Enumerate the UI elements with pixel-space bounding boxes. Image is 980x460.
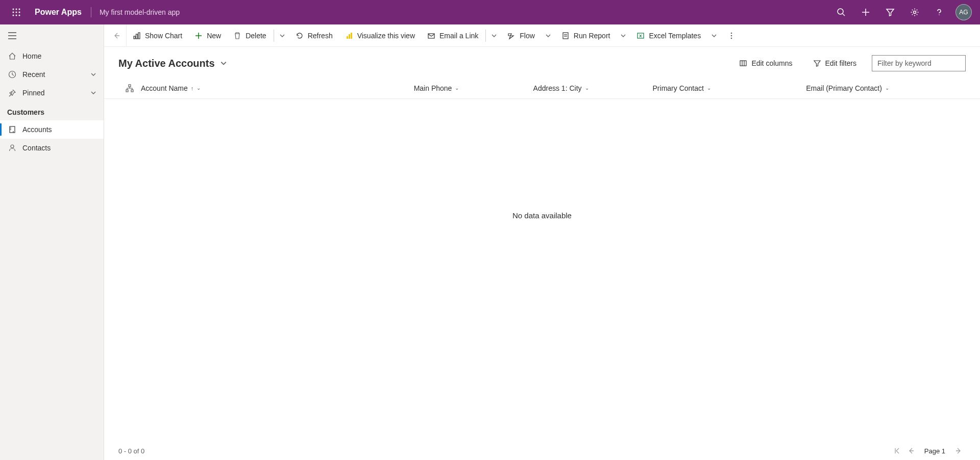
page-first-button[interactable] (890, 444, 904, 458)
back-button[interactable] (106, 24, 127, 47)
columns-icon (739, 59, 747, 67)
chevron-down-icon (620, 33, 626, 39)
svg-point-6 (13, 15, 14, 16)
add-button[interactable] (853, 0, 878, 24)
brand-label[interactable]: Power Apps (29, 8, 88, 17)
column-header-primary-contact[interactable]: Primary Contact ⌄ (653, 84, 806, 92)
svg-rect-26 (347, 36, 348, 39)
account-button[interactable]: AG (951, 0, 976, 24)
new-button[interactable]: New (188, 24, 227, 47)
visualize-button[interactable]: Visualize this view (339, 24, 421, 47)
filter-button[interactable] (878, 0, 902, 24)
column-header-account-name[interactable]: Account Name ↑ ⌄ (141, 84, 414, 92)
sidebar-item-pinned[interactable]: Pinned (0, 84, 104, 102)
chevron-down-icon (711, 33, 717, 39)
sidebar-label-pinned: Pinned (22, 89, 90, 97)
person-icon (7, 144, 17, 152)
sort-ascending-icon: ↑ (191, 85, 194, 91)
plus-icon (861, 8, 870, 17)
page-next-button[interactable] (951, 444, 966, 458)
grid-footer: 0 - 0 of 0 Page 1 (104, 442, 980, 460)
hamburger-icon (8, 32, 16, 39)
delete-label: Delete (246, 32, 266, 40)
top-navigation-bar: Power Apps My first model-driven app AG (0, 0, 980, 24)
email-split-button[interactable] (487, 24, 501, 47)
show-chart-button[interactable]: Show Chart (127, 24, 188, 47)
svg-point-3 (13, 12, 14, 13)
filter-keyword-input[interactable] (872, 55, 966, 71)
refresh-icon (296, 32, 304, 40)
app-launcher-button[interactable] (4, 8, 29, 16)
chevron-down-icon: ⌄ (197, 85, 201, 91)
svg-point-37 (731, 37, 732, 39)
powerbi-icon (345, 32, 353, 40)
chevron-down-icon (220, 60, 227, 67)
svg-point-35 (731, 32, 732, 34)
arrow-left-icon (112, 32, 120, 40)
refresh-button[interactable]: Refresh (289, 24, 339, 47)
pin-icon (7, 89, 17, 97)
excel-templates-label: Excel Templates (649, 32, 701, 40)
clock-icon (7, 70, 17, 79)
page-prev-button[interactable] (904, 444, 918, 458)
sidebar-toggle[interactable] (0, 24, 104, 47)
run-report-split-button[interactable] (616, 24, 630, 47)
excel-icon: X (636, 32, 645, 40)
sidebar: Home Recent Pinned Customers Acco (0, 24, 104, 460)
hierarchy-icon (126, 84, 134, 92)
svg-point-8 (19, 15, 20, 16)
command-overflow-button[interactable] (721, 24, 742, 47)
settings-button[interactable] (902, 0, 927, 24)
waffle-icon (12, 8, 20, 16)
sidebar-group-customers: Customers (0, 102, 104, 120)
run-report-button[interactable]: Run Report (555, 24, 617, 47)
sidebar-item-recent[interactable]: Recent (0, 65, 104, 84)
svg-point-2 (19, 9, 20, 10)
chevron-down-icon (545, 33, 551, 39)
excel-split-button[interactable] (707, 24, 721, 47)
chevron-down-icon: ⌄ (585, 85, 589, 91)
help-button[interactable] (927, 0, 951, 24)
delete-button[interactable]: Delete (227, 24, 272, 47)
search-button[interactable] (829, 0, 853, 24)
command-bar: Show Chart New Delete (104, 24, 980, 47)
sidebar-item-accounts[interactable]: Accounts (0, 120, 104, 139)
svg-rect-43 (131, 90, 133, 92)
svg-rect-21 (134, 36, 135, 39)
delete-split-button[interactable] (275, 24, 289, 47)
svg-rect-38 (740, 61, 746, 66)
flow-button[interactable]: Flow (501, 24, 541, 47)
column-header-email[interactable]: Email (Primary Contact) ⌄ (806, 84, 960, 92)
edit-columns-button[interactable]: Edit columns (734, 56, 797, 70)
accounts-icon (7, 125, 17, 134)
sidebar-item-home[interactable]: Home (0, 47, 104, 65)
svg-point-9 (838, 9, 843, 14)
home-icon (7, 52, 17, 60)
edit-filters-label: Edit filters (825, 59, 856, 67)
chevron-down-icon: ⌄ (885, 85, 889, 91)
hierarchy-toggle[interactable] (118, 84, 141, 92)
excel-templates-button[interactable]: X Excel Templates (630, 24, 707, 47)
view-selector[interactable]: My Active Accounts (118, 58, 227, 69)
svg-point-0 (13, 9, 14, 10)
sidebar-label-accounts: Accounts (22, 125, 96, 134)
sidebar-label-home: Home (22, 52, 96, 60)
page-number-label: Page 1 (924, 447, 945, 455)
app-name-label[interactable]: My first model-driven app (94, 8, 185, 16)
chevron-down-icon (491, 33, 497, 39)
column-header-main-phone[interactable]: Main Phone ⌄ (414, 84, 533, 92)
svg-point-1 (16, 9, 17, 10)
arrow-left-icon (908, 447, 915, 454)
column-header-city[interactable]: Address 1: City ⌄ (533, 84, 653, 92)
edit-filters-button[interactable]: Edit filters (808, 56, 862, 70)
svg-point-14 (939, 14, 940, 15)
sidebar-label-contacts: Contacts (22, 144, 96, 152)
sidebar-item-contacts[interactable]: Contacts (0, 139, 104, 157)
record-count-label: 0 - 0 of 0 (118, 447, 144, 455)
svg-text:X: X (640, 34, 643, 38)
email-link-button[interactable]: Email a Link (421, 24, 484, 47)
column-label: Account Name (141, 84, 188, 92)
view-title-label: My Active Accounts (118, 58, 215, 69)
flow-split-button[interactable] (541, 24, 555, 47)
svg-point-20 (11, 145, 14, 148)
